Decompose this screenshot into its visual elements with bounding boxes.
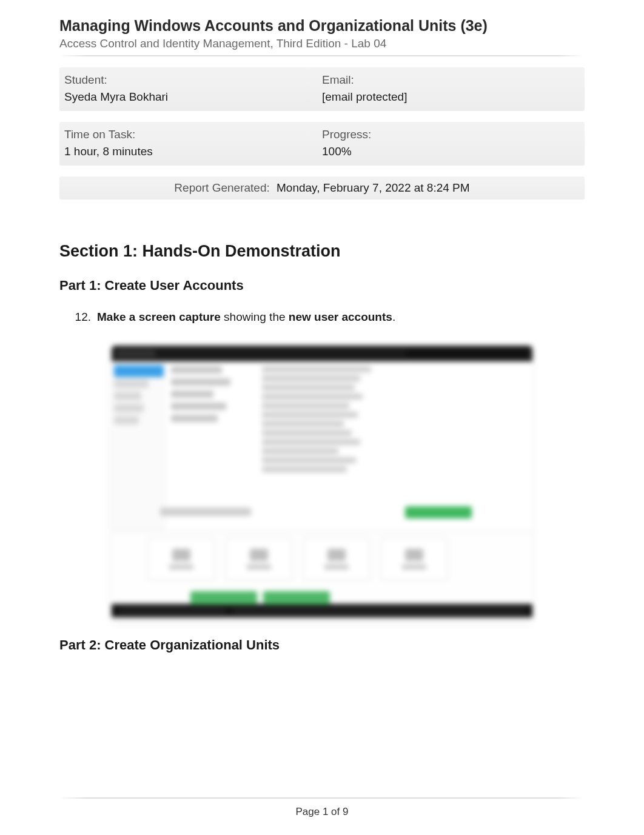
- task-bold-1: Make a screen capture: [97, 310, 221, 323]
- task-text: Make a screen capture showing the new us…: [97, 310, 395, 324]
- time-label: Time on Task:: [64, 128, 322, 141]
- document-subtitle: Access Control and Identity Management, …: [59, 37, 585, 50]
- student-value: Syeda Myra Bokhari: [64, 90, 322, 104]
- page-footer: Page 1 of 9: [0, 806, 644, 818]
- student-label: Student:: [64, 73, 322, 87]
- screenshot-container: [59, 346, 585, 622]
- footer-divider: [59, 797, 585, 799]
- blurred-screenshot: [112, 346, 532, 622]
- report-generated-block: Report Generated: Monday, February 7, 20…: [59, 176, 585, 200]
- part1-heading: Part 1: Create User Accounts: [59, 278, 585, 293]
- task-end: .: [392, 310, 395, 323]
- task-mid: showing the: [221, 310, 289, 323]
- time-progress-block: Time on Task: 1 hour, 8 minutes Progress…: [59, 122, 585, 166]
- report-generated-value: Monday, February 7, 2022 at 8:24 PM: [277, 181, 470, 194]
- task-item: 12. Make a screen capture showing the ne…: [74, 310, 585, 324]
- email-label: Email:: [322, 73, 580, 87]
- document-title: Managing Windows Accounts and Organizati…: [59, 17, 585, 35]
- progress-value: 100%: [322, 145, 580, 158]
- student-email-block: Student: Syeda Myra Bokhari Email: [emai…: [59, 67, 585, 111]
- task-bold-2: new user accounts: [289, 310, 392, 323]
- report-generated-label: Report Generated:: [174, 181, 269, 194]
- task-number: 12.: [74, 310, 97, 324]
- progress-label: Progress:: [322, 128, 580, 141]
- header-divider: [59, 55, 585, 56]
- time-value: 1 hour, 8 minutes: [64, 145, 322, 158]
- part2-heading: Part 2: Create Organizational Units: [59, 637, 585, 653]
- section-heading: Section 1: Hands-On Demonstration: [59, 242, 585, 261]
- email-value: [email protected]: [322, 90, 580, 104]
